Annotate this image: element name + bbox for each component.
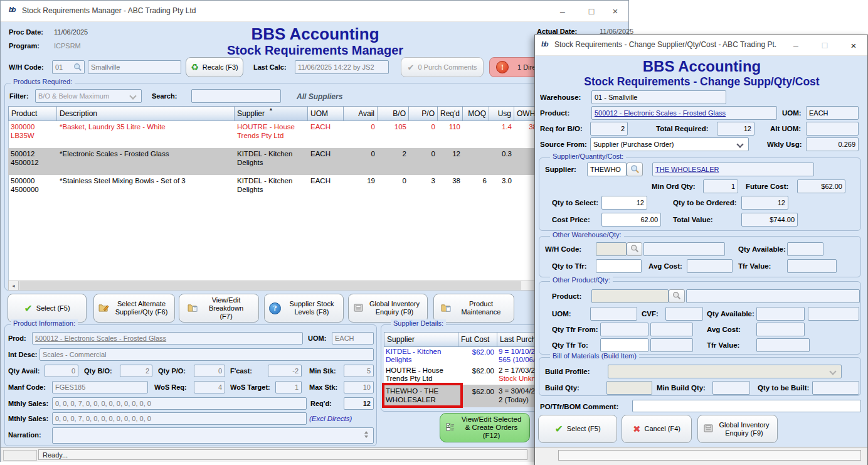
chevron-down-icon	[829, 368, 836, 375]
select-button[interactable]: ✔ Select (F5)	[8, 294, 87, 323]
build-profile-dropdown[interactable]	[608, 365, 842, 378]
dialog-select-button[interactable]: ✔ Select (F5)	[538, 415, 617, 443]
col-uom[interactable]: UOM	[308, 106, 344, 121]
sd-cell-last-line2: 2 (Today)	[499, 396, 529, 404]
product-link[interactable]: 500012 - Electronic Scales - Frosted Gla…	[595, 109, 726, 117]
qty-tfr-to-input[interactable]	[600, 338, 648, 352]
recalc-button[interactable]: ♻ Recalc (F3)	[186, 57, 243, 77]
purch-comments-button[interactable]: ✔ 0 Purch Comments	[401, 57, 484, 77]
cell-uom: EACH	[308, 121, 344, 132]
supplier-code-input[interactable]: THEWHO	[587, 163, 627, 176]
sort-asc-icon: ▲	[269, 107, 273, 112]
warehouse-field: 01 - Smallville	[591, 90, 726, 104]
table-row-selected[interactable]: 5000124500012 *Electronic Scales - Frost…	[8, 148, 622, 175]
col-moq-label: MOQ	[468, 109, 486, 118]
owh-qty-available-label: Qty Available:	[738, 245, 786, 253]
close-icon[interactable]: ×	[601, 1, 629, 21]
comment-input[interactable]	[632, 400, 861, 412]
col-product[interactable]: Product	[8, 106, 57, 121]
cost-price-input[interactable]: 62.00	[601, 213, 661, 227]
cell-po: 3	[409, 175, 438, 186]
reqd-field: 12	[344, 397, 374, 410]
col-reqd[interactable]: Req'd	[438, 106, 463, 121]
cell-product-line2: 4500000	[11, 186, 39, 193]
op-uom-label: UOM:	[552, 310, 571, 318]
minimize-icon[interactable]: –	[549, 1, 576, 21]
global-inventory-enquiry-button[interactable]: Global Inventory Enquiry (F9)	[348, 294, 428, 323]
qty-to-be-built-label: Qty to be Built:	[758, 384, 809, 392]
col-bo[interactable]: B/O	[378, 106, 409, 121]
product-maintenance-button[interactable]: Product Maintenance	[433, 294, 514, 323]
reqd-value: 12	[363, 400, 371, 407]
op-uom-field	[590, 307, 637, 321]
sd-col-supplier[interactable]: Supplier	[384, 332, 458, 347]
main-titlebar[interactable]: bb Stock Requirements Manager - ABC Trad…	[1, 1, 628, 22]
col-usg[interactable]: Usg	[489, 106, 514, 121]
view-edit-breakdown-button[interactable]: View/Edit Breakdown (F7)	[179, 294, 259, 323]
close-icon[interactable]: ×	[840, 35, 867, 55]
dialog-app-title: BBS Accounting	[535, 58, 868, 75]
table-row[interactable]: 300000LB35W *Basket, Laundry 35 Litre - …	[8, 121, 622, 148]
dialog-titlebar[interactable]: bb Stock Requirements - Change Supplier/…	[535, 35, 867, 56]
op-avg-cost-label: Avg Cost:	[707, 326, 741, 333]
wh-code-field: 01	[52, 60, 85, 74]
dialog-cancel-button[interactable]: ✖ Cancel (F4)	[622, 415, 692, 443]
cell-moq	[463, 121, 489, 124]
col-po[interactable]: P/O	[409, 106, 438, 121]
col-moq[interactable]: MOQ	[463, 106, 489, 121]
hscrollbar-left-button[interactable]: ◄	[8, 281, 19, 291]
product-maintenance-label: Product Maintenance	[455, 300, 507, 316]
supplier-name-field[interactable]: THE WHOLESALER	[652, 163, 814, 176]
op-avg-cost-field	[756, 323, 805, 336]
req-for-bo-value: 2	[621, 125, 625, 132]
sd-cell-fut-cost: $62.00	[458, 386, 497, 397]
supplier-stock-levels-button[interactable]: ? Supplier Stock Levels (F8)	[264, 294, 344, 323]
select-alternate-supplier-button[interactable]: Select Alternate Supplier/Qty (F6)	[93, 294, 175, 323]
mthly-sales-field-2: 0, 0, 0, 7, 0, 0, 0, 0, 0, 0, 0, 0, 0	[52, 412, 307, 425]
op-qty-available-field	[756, 307, 805, 321]
narration-scroll-spinner[interactable]	[364, 431, 368, 438]
global-inventory-enquiry-label: Global Inventory Enquiry (F9)	[367, 300, 422, 316]
total-required-label: Total Required:	[656, 125, 708, 132]
scroll-up-icon[interactable]	[364, 431, 368, 434]
qty-po-label: Qty P/O:	[158, 367, 186, 375]
dialog-global-inventory-button[interactable]: Global Inventory Enquiry (F9)	[697, 415, 778, 443]
filter-dropdown[interactable]: B/O & Below Maximum	[35, 89, 142, 103]
minimize-icon[interactable]: –	[782, 35, 810, 55]
qty-to-tfr-input[interactable]	[596, 259, 642, 273]
scroll-down-icon[interactable]	[364, 436, 368, 438]
qty-to-select-input[interactable]: 12	[601, 196, 647, 210]
directs-label: 1 Dire	[517, 63, 536, 72]
exclamation-icon: !	[496, 61, 509, 73]
min-ord-qty-field: 1	[703, 179, 738, 193]
table-row[interactable]: 5000004500000 *Stainless Steel Mixing Bo…	[8, 175, 622, 202]
uom-value: EACH	[809, 109, 828, 117]
source-from-dropdown[interactable]: Supplier (Purchase Order)	[590, 137, 749, 151]
mthly-sales-label-2: Mthly Sales:	[8, 415, 48, 422]
op-search-button[interactable]	[669, 289, 685, 303]
col-supplier[interactable]: Supplier ▲	[235, 106, 308, 121]
col-description[interactable]: Description	[57, 106, 235, 121]
sd-col-fut-cost[interactable]: Fut Cost	[458, 332, 497, 347]
col-supplier-label: Supplier	[237, 109, 265, 118]
col-avail[interactable]: Avail	[344, 106, 378, 121]
supplier-search-button[interactable]	[627, 163, 643, 176]
prod-link[interactable]: 500012 - Electronic Scales - Frosted Gla…	[35, 334, 166, 342]
product-field[interactable]: 500012 - Electronic Scales - Frosted Gla…	[591, 106, 777, 120]
warehouse-value: 01 - Smallville	[595, 94, 637, 101]
prod-field[interactable]: 500012 - Electronic Scales - Frosted Gla…	[32, 332, 303, 345]
op-cvf-field	[665, 307, 703, 321]
maximize-icon[interactable]: □	[811, 35, 839, 55]
search-input[interactable]	[191, 89, 281, 103]
owh-search-button[interactable]	[627, 242, 642, 256]
view-edit-create-orders-button[interactable]: View/Edit Selected & Create Orders (F12)	[440, 413, 530, 442]
search-icon	[672, 291, 681, 301]
hscrollbar-thumb[interactable]	[19, 281, 521, 290]
future-cost-value: $62.00	[821, 183, 842, 190]
search-icon[interactable]	[73, 63, 82, 73]
supplier-name-link[interactable]: THE WHOLESALER	[655, 166, 719, 173]
cell-description: *Basket, Laundry 35 Litre - White	[57, 121, 235, 132]
wh-name-field: Smallville	[88, 60, 181, 74]
narration-textarea[interactable]	[52, 427, 374, 444]
op-product-label: Product:	[552, 292, 581, 300]
